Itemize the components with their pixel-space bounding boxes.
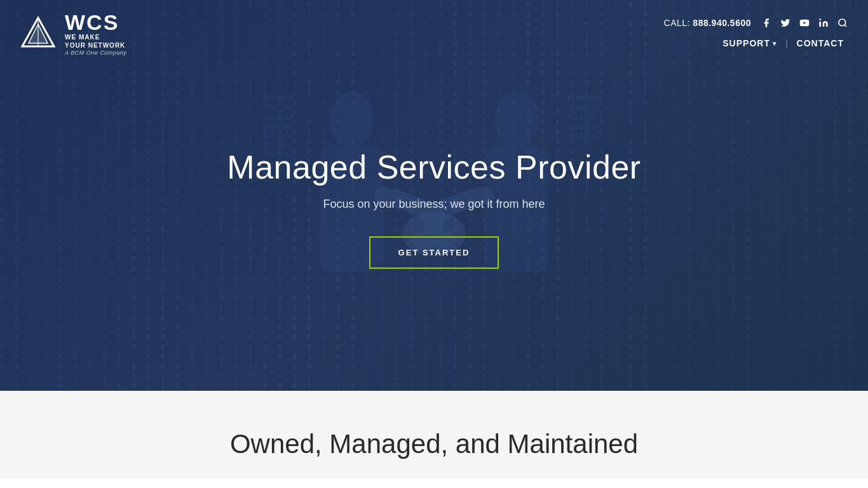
top-right: CALL: 888.940.5600	[664, 17, 849, 51]
hero-title: Managed Services Provider	[227, 148, 641, 186]
linkedin-icon[interactable]	[817, 17, 830, 29]
svg-point-23	[819, 18, 821, 20]
below-title: Owned, Managed, and Maintained	[19, 429, 849, 459]
hero-section: 1 1 0 1 0 0 1 0 0 1 0 1 1 1 1 0 0 0 1 0 …	[0, 0, 868, 391]
top-bar: WCS WE MAKE YOUR NETWORK A BCM One Compa…	[0, 0, 868, 56]
social-icons	[760, 17, 849, 29]
nav-contact[interactable]: CONTACT	[792, 36, 849, 51]
chevron-down-icon: ▾	[773, 40, 776, 47]
logo-brand: WCS	[65, 11, 126, 33]
nav-support[interactable]: SUPPORT ▾	[717, 36, 782, 51]
hero-content: Managed Services Provider Focus on your …	[0, 0, 868, 391]
hero-subtitle: Focus on your business; we got it from h…	[323, 198, 545, 211]
svg-point-24	[839, 19, 846, 26]
phone-social-bar: CALL: 888.940.5600	[664, 17, 849, 29]
get-started-button[interactable]: GET STARTED	[369, 236, 499, 269]
twitter-icon[interactable]	[779, 17, 792, 29]
nav-links: SUPPORT ▾ | CONTACT	[717, 36, 849, 51]
nav-divider: |	[785, 38, 788, 48]
logo-text: WCS WE MAKE YOUR NETWORK A BCM One Compa…	[65, 11, 126, 56]
phone-number[interactable]: 888.940.5600	[693, 18, 751, 28]
svg-line-25	[844, 25, 846, 27]
search-icon[interactable]	[836, 17, 849, 29]
youtube-icon[interactable]	[798, 17, 811, 29]
logo-tagline: WE MAKE YOUR NETWORK	[65, 33, 126, 50]
logo-bcm: A BCM One Company	[65, 50, 126, 56]
svg-rect-22	[819, 22, 821, 27]
phone-label: CALL: 888.940.5600	[664, 18, 751, 28]
logo-icon	[19, 15, 57, 53]
facebook-icon[interactable]	[760, 17, 773, 29]
logo[interactable]: WCS WE MAKE YOUR NETWORK A BCM One Compa…	[19, 11, 126, 56]
below-hero-section: Owned, Managed, and Maintained	[0, 391, 868, 478]
